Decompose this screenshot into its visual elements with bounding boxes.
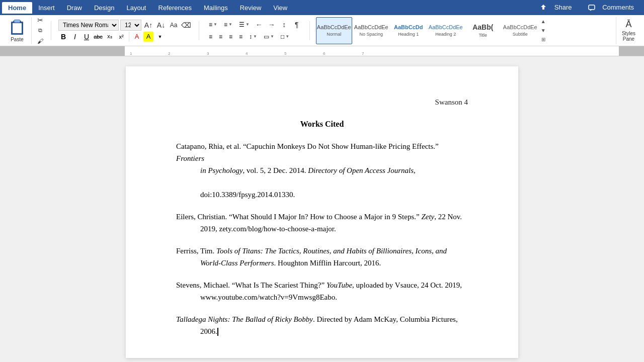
eilers-continuation: 2019, zety.com/blog/how-to-choose-a-majo…	[176, 223, 468, 235]
clear-format-button[interactable]: ⌫	[181, 20, 192, 30]
gallery-nav: ▲ ▼ ⊞	[539, 18, 547, 44]
ferriss-continuation: World-Class Performers. Houghton Mifflin…	[176, 257, 468, 269]
bib-entry-ferriss: Ferriss, Tim. Tools of Titans: The Tacti…	[176, 245, 468, 269]
superscript-button[interactable]: x²	[116, 32, 126, 42]
paste-label: Paste	[11, 37, 24, 42]
numbering-button[interactable]: ≡▼	[221, 19, 235, 30]
style-normal[interactable]: AaBbCcDdEe Normal	[316, 17, 352, 44]
cut-button[interactable]: ✂	[35, 15, 46, 25]
document-page: Swanson 4 Works Cited Catapano, Rhia, et…	[126, 66, 518, 358]
subscript-button[interactable]: x₂	[105, 32, 115, 42]
toolbar-row: Paste ✂ ⧉ 🖌 Times New Roman Arial Calibr…	[0, 15, 644, 46]
font-controls: Times New Roman Arial Calibri 12 10 11 1…	[58, 20, 192, 42]
bib-entry-catapano: Catapano, Rhia, et al. “Capuchin Monkeys…	[176, 140, 468, 201]
sort-button[interactable]: ↕	[279, 20, 290, 30]
share-button[interactable]: Share	[536, 3, 580, 13]
clipboard-group: ✂ ⧉ 🖌	[34, 17, 47, 44]
shading-button[interactable]: ▭▼	[261, 31, 277, 42]
shrink-font-button[interactable]: A↓	[155, 20, 167, 30]
text-cursor	[217, 328, 218, 336]
style-title[interactable]: AaBb( Title	[465, 17, 501, 44]
bold-button[interactable]: B	[58, 32, 68, 42]
catapano-continuation: in Psychology, vol. 5, 2 Dec. 2014. Dire…	[176, 164, 468, 201]
svg-rect-5	[14, 20, 20, 23]
paste-group: Paste	[3, 17, 32, 44]
pilcrow-button[interactable]: ¶	[291, 20, 302, 30]
tab-insert[interactable]: Insert	[32, 2, 61, 14]
italic-button[interactable]: I	[70, 32, 80, 42]
underline-button[interactable]: U	[82, 32, 92, 42]
styles-pane-label: StylesPane	[622, 31, 635, 42]
tab-view[interactable]: View	[267, 2, 293, 14]
tab-mailings[interactable]: Mailings	[198, 2, 234, 14]
borders-button[interactable]: □▼	[278, 31, 292, 42]
font-color-button[interactable]: A	[132, 32, 142, 42]
font-group: Times New Roman Arial Calibri 12 10 11 1…	[55, 17, 195, 44]
document-area: Swanson 4 Works Cited Catapano, Rhia, et…	[0, 56, 644, 362]
tab-draw[interactable]: Draw	[61, 2, 88, 14]
gallery-up-button[interactable]: ▲	[539, 18, 547, 26]
justify-button[interactable]: ≡	[236, 31, 245, 42]
bib-entry-eilers: Eilers, Christian. “What Should I Major …	[176, 211, 468, 235]
align-center-button[interactable]: ≡	[216, 31, 225, 42]
comments-button[interactable]: Comments	[584, 3, 642, 13]
svg-rect-4	[13, 23, 22, 33]
tab-review[interactable]: Review	[234, 2, 268, 14]
line-spacing-button[interactable]: ↕▼	[247, 31, 260, 42]
page-header: Swanson 4	[176, 97, 468, 108]
change-case-button[interactable]: Aa	[168, 20, 179, 30]
ferriss-first-line: Ferriss, Tim. Tools of Titans: The Tacti…	[176, 247, 447, 255]
ribbon-tab-row: Home Insert Draw Design Layout Reference…	[0, 0, 644, 15]
styles-pane-button[interactable]: Ā StylesPane	[616, 17, 641, 44]
style-heading2[interactable]: AaBbCcDdEe Heading 2	[428, 17, 464, 44]
multilevel-button[interactable]: ☰▼	[236, 19, 252, 30]
talladega-continuation: 2006.	[176, 325, 468, 337]
font-family-select[interactable]: Times New Roman Arial Calibri	[58, 20, 119, 31]
font-size-select[interactable]: 12 10 11 14	[120, 20, 141, 31]
style-heading1[interactable]: AaBbCcDd Heading 1	[390, 17, 427, 44]
styles-gallery: AaBbCcDdEe Normal AaBbCcDdEe No Spacing …	[314, 17, 614, 44]
bib-entry-talladega: Talladega Nights: The Ballad of Ricky Bo…	[176, 313, 468, 337]
decrease-indent-button[interactable]: ←	[254, 20, 265, 30]
document-scroll[interactable]: Swanson 4 Works Cited Catapano, Rhia, et…	[0, 56, 644, 362]
stevens-first-line: Stevens, Michael. “What Is The Scariest …	[176, 281, 462, 289]
bullets-button[interactable]: ≡▼	[206, 19, 220, 30]
svg-rect-0	[589, 5, 595, 10]
talladega-first-line: Talladega Nights: The Ballad of Ricky Bo…	[176, 315, 458, 323]
tab-home[interactable]: Home	[2, 2, 32, 14]
style-subtitle[interactable]: AaBbCcDdEe Subtitle	[502, 17, 538, 44]
format-painter-button[interactable]: 🖌	[35, 36, 46, 46]
eilers-first-line: Eilers, Christian. “What Should I Major …	[176, 213, 462, 221]
paste-button[interactable]: Paste	[6, 18, 28, 43]
gallery-down-button[interactable]: ▼	[539, 27, 547, 35]
style-no-spacing[interactable]: AaBbCcDdEe No Spacing	[353, 17, 389, 44]
strikethrough-button[interactable]: abc	[93, 32, 103, 42]
stevens-continuation: www.youtube.com/watch?v=9Vmwsg8Eabo.	[176, 291, 468, 303]
align-left-button[interactable]: ≡	[206, 31, 215, 42]
highlight-button[interactable]: A	[143, 32, 153, 42]
gallery-more-button[interactable]: ⊞	[539, 36, 547, 44]
tab-design[interactable]: Design	[88, 2, 120, 14]
styles-pane-icon: Ā	[625, 19, 631, 30]
tab-references[interactable]: References	[152, 2, 198, 14]
ruler: 1 2 3 4 5 6 7	[0, 46, 644, 56]
copy-button[interactable]: ⧉	[35, 26, 46, 36]
top-right-buttons: Share Comments	[536, 3, 642, 13]
increase-indent-button[interactable]: →	[266, 20, 277, 30]
tab-layout[interactable]: Layout	[120, 2, 152, 14]
paragraph-group: ≡▼ ≡▼ ☰▼ ← → ↕ ¶ ≡ ≡ ≡ ≡ ↕▼ ▭▼ □▼	[203, 17, 305, 44]
catapano-first-line: Catapano, Rhia, et al. “Capuchin Monkeys…	[176, 142, 439, 162]
grow-font-button[interactable]: A↑	[143, 20, 154, 30]
bib-entry-stevens: Stevens, Michael. “What Is The Scariest …	[176, 279, 468, 303]
works-cited-title: Works Cited	[176, 118, 468, 130]
font-color-dropdown[interactable]: ▼	[155, 32, 165, 42]
align-right-button[interactable]: ≡	[226, 31, 235, 42]
